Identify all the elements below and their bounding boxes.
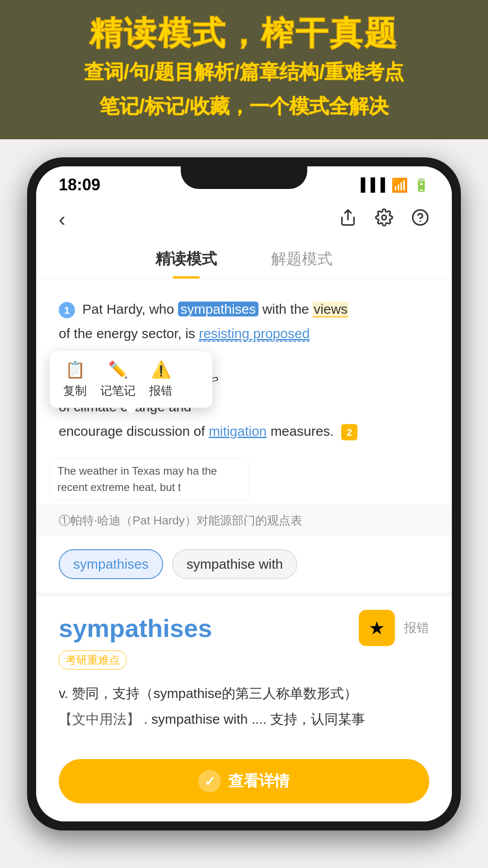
chip-sympathise-with[interactable]: sympathise with	[172, 549, 297, 579]
content-area: 1 Pat Hardy, who sympathises with the vi…	[36, 279, 452, 505]
tab-solving-mode[interactable]: 解题模式	[262, 244, 342, 278]
word-usage-label: 【文中用法】	[59, 712, 140, 726]
svg-point-1	[382, 215, 386, 220]
nav-bar: ‹	[36, 199, 452, 240]
phone-notch	[181, 166, 307, 189]
tab-reading-mode[interactable]: 精读模式	[146, 244, 226, 278]
word-usage: . sympathise with .... 支持，认同某事	[144, 712, 365, 726]
share-button[interactable]	[339, 208, 357, 231]
header-title: 精读模式，榨干真题	[18, 14, 470, 52]
word-pos: v.	[59, 686, 68, 701]
report-error-button[interactable]: 报错	[404, 619, 429, 637]
kaoyan-tag: 考研重难点	[59, 651, 127, 670]
header-banner: 精读模式，榨干真题 查词/句/题目解析/篇章结构/重难考点 笔记/标记/收藏，一…	[0, 0, 488, 139]
nav-actions	[339, 208, 429, 231]
passage-text-normal: Pat Hardy, who	[82, 302, 178, 316]
settings-button[interactable]	[375, 208, 393, 231]
phone-frame: 18:09 ▐▐▐ 📶 🔋 ‹	[27, 157, 461, 830]
back-button[interactable]: ‹	[59, 208, 66, 231]
word-meaning: 赞同，支持（sympathise的第三人称单数形式）	[72, 686, 357, 701]
header-subtitle1: 查词/句/题目解析/篇章结构/重难考点	[18, 57, 470, 87]
copy-label: 复制	[63, 383, 87, 399]
status-time: 18:09	[59, 175, 100, 194]
report-label: 报错	[149, 383, 173, 399]
signal-icon: ▐▐▐	[356, 178, 386, 192]
translation-hint: The weather in Texas may ha the recent e…	[50, 458, 249, 500]
battery-icon: 🔋	[413, 178, 429, 193]
details-btn-icon: ✓	[198, 770, 221, 793]
context-menu: 📋 复制 ✏️ 记笔记 ⚠️ 报错	[50, 351, 212, 408]
report-icon: ⚠️	[151, 360, 171, 379]
context-menu-note[interactable]: ✏️ 记笔记	[100, 360, 136, 399]
note-label: 记笔记	[100, 383, 136, 399]
word-definition-text: v. 赞同，支持（sympathise的第三人称单数形式） 【文中用法】 . s…	[59, 680, 429, 732]
word-resisting-proposed[interactable]: resisting proposed	[199, 326, 310, 342]
passage-text-measures: measures.	[271, 424, 334, 439]
context-menu-report[interactable]: ⚠️ 报错	[149, 360, 173, 399]
word-sympathises-highlighted[interactable]: sympathises	[178, 302, 259, 316]
details-btn-label: 查看详情	[228, 771, 290, 792]
phone-inner: 18:09 ▐▐▐ 📶 🔋 ‹	[36, 166, 452, 821]
word-main-text: sympathises	[59, 613, 212, 643]
help-button[interactable]	[411, 208, 429, 231]
word-chips-container: sympathises sympathise with	[36, 536, 452, 593]
note-icon: ✏️	[108, 360, 128, 379]
details-btn-wrapper: ✓ 查看详情	[36, 745, 452, 821]
passage-text-encourage: encourage discussion of	[59, 424, 209, 439]
context-menu-copy[interactable]: 📋 复制	[63, 360, 87, 399]
divider-text: ①帕特·哈迪（Pat Hardy）对能源部门的观点表	[36, 505, 452, 536]
checkmark-icon: ✓	[204, 774, 216, 789]
star-icon: ★	[369, 618, 385, 638]
star-button[interactable]: ★	[359, 610, 395, 646]
passage-text-with: with the	[263, 302, 313, 316]
sentence-number-2: 2	[341, 424, 357, 440]
header-subtitle2: 笔记/标记/收藏，一个模式全解决	[18, 91, 470, 121]
passage-text-of: of the energy sector, is	[59, 326, 199, 341]
context-menu-tip	[125, 408, 137, 414]
word-main-row: sympathises ★ 报错	[59, 610, 429, 646]
wifi-icon: 📶	[391, 177, 408, 193]
tab-bar: 精读模式 解题模式	[36, 240, 452, 279]
copy-icon: 📋	[65, 360, 85, 379]
word-mitigation[interactable]: mitigation	[209, 424, 267, 439]
definition-section: sympathises ★ 报错 考研重难点 v. 赞同，支持（sympathi…	[36, 593, 452, 745]
phone-wrapper: 18:09 ▐▐▐ 📶 🔋 ‹	[0, 157, 488, 830]
sentence-number-1: 1	[59, 302, 75, 318]
word-views-highlighted[interactable]: views	[313, 302, 348, 317]
details-button[interactable]: ✓ 查看详情	[59, 759, 429, 803]
chip-sympathises[interactable]: sympathises	[59, 549, 163, 579]
status-icons: ▐▐▐ 📶 🔋	[356, 177, 429, 193]
